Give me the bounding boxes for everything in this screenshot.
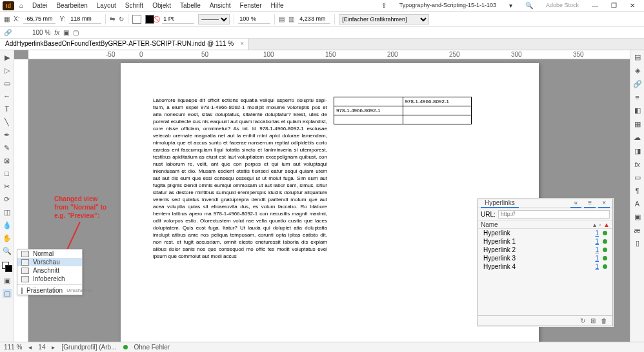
view-slug[interactable]: Infobereich [17,275,82,283]
line-tool-icon[interactable]: ╲ [3,117,12,126]
search-icon[interactable]: 🔍 [521,1,537,10]
panel-close-icon[interactable]: × [598,199,610,208]
home-icon[interactable]: ⌂ [15,1,27,10]
preflight-status[interactable]: Ohne Fehler [134,344,170,351]
direct-select-tool-icon[interactable]: ▷ [3,66,12,75]
stroke-panel-icon[interactable]: ≡ [635,93,639,101]
scale-field[interactable] [238,15,270,24]
window-close-icon[interactable]: ✕ [626,1,639,10]
text-wrap-panel-icon[interactable]: ▣ [634,213,641,221]
filter-icon[interactable]: ▴ [593,221,596,228]
page-tool-icon[interactable]: ▭ [3,79,12,88]
window-minimize-icon[interactable]: — [588,1,602,10]
panel-menu-icon[interactable]: ≡ [584,199,596,208]
hyperlink-row[interactable]: Hyperlink 11 [478,237,612,246]
table-cell[interactable]: 978-1-4966-8092-1 [403,97,472,106]
hyperlink-row[interactable]: Hyperlink 21 [478,246,612,254]
window-restore-icon[interactable]: ❐ [607,1,621,10]
tab-close-icon[interactable]: × [240,40,244,47]
ref-point-icon[interactable]: ▦ [4,15,10,23]
links-panel-icon[interactable]: 🔗 [633,80,642,88]
pencil-tool-icon[interactable]: ✎ [3,143,12,152]
menu-bearbeiten[interactable]: Bearbeiten [52,1,91,10]
paragraph-styles-panel-icon[interactable]: ¶ [636,187,639,195]
profile-indicator[interactable]: [Grundprofil] (Arb... [61,344,116,351]
view-normal[interactable]: Normal [17,249,82,258]
page-number[interactable]: 14 [38,344,45,351]
zoom-tool-icon[interactable]: 🔍 [3,246,12,255]
spacing-field[interactable] [298,15,330,24]
share-icon[interactable]: ⇪ [377,1,390,10]
rect-frame-tool-icon[interactable]: ⊠ [3,156,12,165]
fill-stroke-proxy[interactable] [2,262,12,272]
align-icon[interactable]: ▤ [279,15,285,23]
gradient-panel-icon[interactable]: ◨ [634,147,641,155]
wrap-icon-2[interactable]: ▢ [73,29,79,36]
menu-ansicht[interactable]: Ansicht [206,1,235,10]
link-icon[interactable]: 🔗 [4,29,12,36]
stroke-swatch[interactable] [145,15,154,24]
delete-hyperlink-icon[interactable]: 🗑 [601,317,607,324]
hand-tool-icon[interactable]: ✋ [3,233,12,242]
data-table[interactable]: 978-1-4966-8092-1 978-1-4966-8092-1 [334,97,472,124]
gradient-tool-icon[interactable]: ◫ [3,208,12,217]
object-styles-panel-icon[interactable]: ▭ [634,173,641,182]
stroke-weight[interactable] [162,15,194,24]
view-mode-normal-icon[interactable]: ▣ [3,276,12,285]
hyperlink-row[interactable]: Hyperlink 31 [478,254,612,262]
transform-tool-icon[interactable]: ⟳ [3,195,12,204]
swatches-panel-icon[interactable]: ▦ [634,120,641,128]
url-input[interactable] [498,210,610,219]
pages-panel-icon[interactable]: ▤ [634,53,641,61]
menu-objekt[interactable]: Objekt [148,1,175,10]
char-styles-panel-icon[interactable]: A [635,200,639,208]
table-cell[interactable] [403,106,472,115]
new-hyperlink-icon[interactable]: ⊞ [590,317,596,324]
table-cell[interactable] [334,115,403,124]
selection-tool-icon[interactable]: ▶ [3,53,12,62]
stock-search[interactable]: Adobe Stock [542,1,583,10]
menu-schrift[interactable]: Schrift [121,1,147,10]
rect-tool-icon[interactable]: □ [3,169,12,178]
gap-tool-icon[interactable]: ↔ [3,92,12,101]
rotate-icon[interactable]: ↻ [119,15,124,23]
type-tool-icon[interactable]: T [3,104,12,113]
x-field[interactable] [23,15,55,24]
table-cell[interactable]: 978-1-4966-8092-1 [334,106,403,115]
menu-fenster[interactable]: Fenster [236,1,266,10]
cc-libs-panel-icon[interactable]: ☁ [634,133,641,142]
page-prev-icon[interactable]: ◂ [28,344,32,351]
panel-tab-hyperlinks[interactable]: Hyperlinks [481,199,519,208]
menu-tabelle[interactable]: Tabelle [176,1,205,10]
y-field[interactable] [69,15,101,24]
table-cell[interactable] [334,97,403,106]
fx-icon[interactable]: fx [54,29,59,36]
align-panel-icon[interactable]: ▯ [636,239,639,248]
hyperlink-row[interactable]: Hyperlink1 [478,229,612,237]
color-panel-icon[interactable]: ◧ [634,106,641,115]
document-tab[interactable]: AddHyperlinkBasedOnFoundTextByGREP-AFTER… [0,39,248,50]
fx-panel-icon[interactable]: fx [634,161,640,168]
panel-collapse-icon[interactable]: « [570,199,582,208]
view-bleed[interactable]: Anschnitt [17,266,82,275]
menu-layout[interactable]: Layout [93,1,120,10]
status-col-icon[interactable]: ▲ [603,221,610,228]
body-text-frame[interactable]: Laborrore liquaepe dit officit ections e… [153,97,327,260]
page-next-icon[interactable]: ▸ [52,344,55,351]
fill-swatch[interactable] [132,15,141,24]
glyphs-panel-icon[interactable]: æ [634,226,641,234]
filter-icon-2[interactable]: ▫ [599,221,601,228]
object-style[interactable]: [Einfacher Grafikrahmen] [339,14,429,24]
flip-h-icon[interactable]: ⇋ [110,15,115,23]
layers-panel-icon[interactable]: ◈ [635,66,640,75]
scissors-tool-icon[interactable]: ✂ [3,182,12,191]
view-preview[interactable]: Vorschau [17,258,82,266]
menu-datei[interactable]: Datei [28,1,51,10]
distribute-icon[interactable]: ▥ [288,15,294,23]
opacity-field[interactable]: 100 % [32,29,50,36]
menu-hilfe[interactable]: Hilfe [267,1,287,10]
doc-dropdown-icon[interactable]: ▾ [505,1,516,10]
zoom-level[interactable]: 111 % [4,344,22,351]
pen-tool-icon[interactable]: ✒ [3,130,12,139]
hyperlink-row[interactable]: Hyperlink 41 [478,262,612,271]
